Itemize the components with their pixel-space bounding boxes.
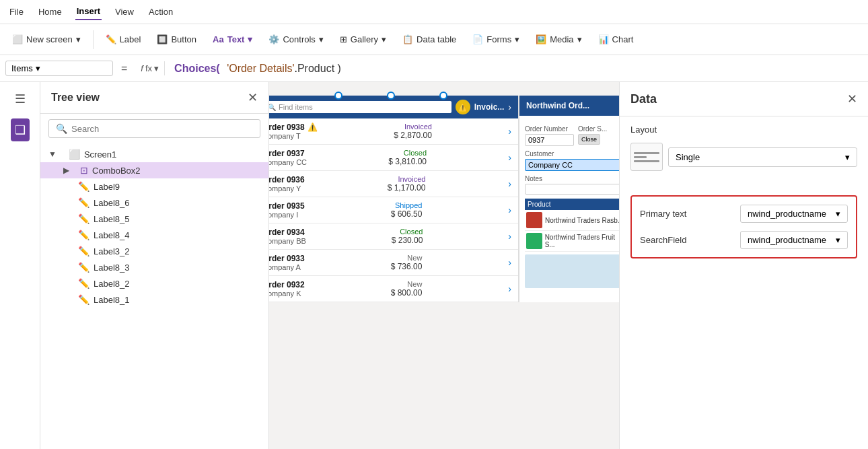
tree-close-button[interactable]: ✕ xyxy=(248,90,258,105)
menu-file[interactable]: File xyxy=(8,4,25,20)
button-icon: 🔲 xyxy=(157,34,168,44)
new-screen-button[interactable]: ⬜ New screen ▾ xyxy=(5,31,87,48)
tree-item-label8-4[interactable]: ✏️ Label8_4 xyxy=(40,227,268,243)
items-chevron-icon: ▾ xyxy=(36,63,40,73)
row-chevron-icon: › xyxy=(508,152,511,163)
left-panel: ☰ ❑ xyxy=(0,82,40,449)
menu-home[interactable]: Home xyxy=(37,4,63,20)
invoiced-status-label: Invoic... xyxy=(474,102,505,112)
search-field-value: nwind_productname xyxy=(748,235,826,245)
product-image-1 xyxy=(526,212,542,228)
tree-label-label8-3: Label8_3 xyxy=(94,263,130,273)
gallery-chevron-icon: ▾ xyxy=(382,34,386,44)
items-select[interactable]: Items ▾ xyxy=(5,61,113,76)
selection-handle xyxy=(387,92,395,100)
tree-label-label9: Label9 xyxy=(94,182,120,192)
forms-button[interactable]: 📄 Forms ▾ xyxy=(466,31,526,48)
tree-label-combobox2: ComboBox2 xyxy=(92,166,141,176)
layout-select[interactable]: Single ▾ xyxy=(668,147,857,167)
product-name-1: Northwind Traders Rasb... xyxy=(545,217,619,224)
menu-view[interactable]: View xyxy=(114,4,135,20)
tree-search-box[interactable]: 🔍 xyxy=(48,119,260,138)
data-panel: Data ✕ Layout Single ▾ Primary text xyxy=(619,82,868,449)
label-icon-tree: ✏️ xyxy=(78,278,89,289)
label-icon-tree: ✏️ xyxy=(78,197,89,208)
search-field-select[interactable]: nwind_productname ▾ xyxy=(740,231,848,249)
primary-text-label: Primary text xyxy=(640,209,686,219)
data-panel-header: Data ✕ xyxy=(620,82,868,116)
label-icon-tree: ✏️ xyxy=(78,246,89,256)
toolbar: ⬜ New screen ▾ ✏️ Label 🔲 Button Aa Text… xyxy=(0,24,868,55)
fx-button[interactable]: f fx ▾ xyxy=(135,61,165,75)
chevron-down-icon: ▼ xyxy=(48,149,57,159)
label-button[interactable]: ✏️ Label xyxy=(99,31,148,48)
button-button[interactable]: 🔲 Button xyxy=(150,31,203,48)
layout-value: Single xyxy=(676,152,700,162)
chevron-right-icon: ▶ xyxy=(63,166,69,175)
product-row-2: Northwind Traders Fruit S... xyxy=(525,231,619,252)
tree-label-label3-2: Label3_2 xyxy=(94,246,130,256)
order-row-0934[interactable]: Order 0934 Company BB Closed $ 230.00 › xyxy=(269,223,518,250)
tree-panel: Tree view ✕ 🔍 ▼ ⬜ Screen1 ▶ ⊡ ComboBox2 xyxy=(40,82,269,449)
search-input[interactable] xyxy=(71,124,253,134)
tree-item-label8-5[interactable]: ✏️ Label8_5 xyxy=(40,211,268,227)
equals-sign: = xyxy=(117,63,131,75)
forms-chevron-icon: ▾ xyxy=(515,34,519,44)
controls-button[interactable]: ⚙️ Controls ▾ xyxy=(262,31,330,48)
primary-text-select[interactable]: nwind_productname ▾ xyxy=(740,205,848,223)
chart-button[interactable]: 📊 Chart xyxy=(591,31,641,48)
tree-item-label8-6[interactable]: ✏️ Label8_6 xyxy=(40,195,268,211)
search-field-label: SearchField xyxy=(640,235,686,245)
data-table-button[interactable]: 📋 Data table xyxy=(396,31,463,48)
tree-item-label8-1[interactable]: ✏️ Label8_1 xyxy=(40,291,268,308)
gallery-icon: ⊞ xyxy=(340,34,347,44)
order-row-0936[interactable]: Order 0936 Company Y Invoiced $ 1,170.00… xyxy=(269,171,518,197)
tree-label-label8-5: Label8_5 xyxy=(94,214,130,224)
tree-item-label8-3[interactable]: ✏️ Label8_3 xyxy=(40,259,268,275)
order-row-0932[interactable]: Order 0932 Company K New $ 800.00 › xyxy=(269,276,518,302)
order-detail-title: Northwind Ord... xyxy=(526,101,589,110)
row-chevron-icon: › xyxy=(508,283,511,294)
product-table-header: Product xyxy=(525,199,619,210)
gallery-button[interactable]: ⊞ Gallery ▾ xyxy=(333,31,393,48)
tree-label-label8-1: Label8_1 xyxy=(94,295,130,305)
customer-value: Company CC xyxy=(525,159,619,171)
order-row-0938[interactable]: Order 0938 ⚠️ Company T Invoiced $ 2,870… xyxy=(269,118,518,145)
product-table: Product Northwind Traders Rasb... Northw… xyxy=(525,199,619,288)
row-chevron-icon: › xyxy=(508,257,511,268)
layout-chevron-icon: ▾ xyxy=(845,152,850,162)
hamburger-icon[interactable]: ☰ xyxy=(11,88,30,110)
tree-item-label9[interactable]: ✏️ Label9 xyxy=(40,178,268,195)
menu-action[interactable]: Action xyxy=(147,4,174,20)
row-chevron-icon: › xyxy=(508,178,511,189)
tree-item-screen1[interactable]: ▼ ⬜ Screen1 xyxy=(40,146,268,162)
data-panel-title: Data xyxy=(630,92,657,106)
order-number-row: Order Number 0937 Order S... Close xyxy=(525,121,619,146)
warn-icon: ⚠️ xyxy=(308,123,318,132)
menu-insert[interactable]: Insert xyxy=(75,3,102,20)
order-status-label: Order S... xyxy=(578,125,619,133)
close-button[interactable]: Close xyxy=(578,134,600,145)
text-button[interactable]: Aa Text ▾ xyxy=(206,31,259,48)
data-panel-close-button[interactable]: ✕ xyxy=(847,92,857,106)
order-row-0933[interactable]: Order 0933 Company A New $ 736.00 › xyxy=(269,250,518,276)
tree-item-combobox2[interactable]: ▶ ⊡ ComboBox2 xyxy=(40,162,268,178)
primary-text-row: Primary text nwind_productname ▾ xyxy=(640,205,848,223)
controls-chevron-icon: ▾ xyxy=(319,34,324,44)
tree-item-label8-2[interactable]: ✏️ Label8_2 xyxy=(40,275,268,291)
app-nav-arrow: › xyxy=(508,102,511,112)
tree-item-label3-2[interactable]: ✏️ Label3_2 xyxy=(40,243,268,259)
notes-value xyxy=(525,184,619,195)
product-name-2: Northwind Traders Fruit S... xyxy=(545,234,619,248)
new-screen-icon: ⬜ xyxy=(12,34,23,44)
app-search-bar[interactable]: 🔍 Find items xyxy=(269,101,451,113)
order-row-0935[interactable]: Order 0935 Company I Shipped $ 606.50 › xyxy=(269,197,518,223)
config-section: Primary text nwind_productname ▾ SearchF… xyxy=(630,195,857,258)
order-row-0937[interactable]: Order 0937 Company CC Closed $ 3,810.00 … xyxy=(269,145,518,171)
text-icon: Aa xyxy=(213,34,224,44)
row-chevron-icon: › xyxy=(508,126,511,137)
primary-text-value: nwind_productname xyxy=(748,209,826,219)
find-icon: 🔍 xyxy=(269,104,276,111)
layers-icon[interactable]: ❑ xyxy=(11,118,30,141)
media-button[interactable]: 🖼️ Media ▾ xyxy=(529,31,588,48)
